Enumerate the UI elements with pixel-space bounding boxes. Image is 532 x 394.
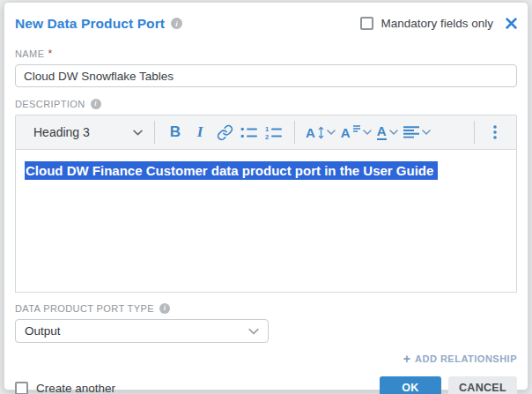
- add-relationship-link[interactable]: + ADD RELATIONSHIP: [15, 353, 517, 365]
- toolbar-divider: [294, 121, 295, 144]
- port-type-label: DATA PRODUCT PORT TYPE: [15, 303, 154, 314]
- port-type-field-group: DATA PRODUCT PORT TYPE i Output: [15, 302, 517, 343]
- plus-icon: +: [403, 353, 410, 365]
- description-selected-text: Cloud DW Finance Customer data product p…: [25, 161, 438, 180]
- toolbar-more-button[interactable]: [483, 119, 507, 145]
- font-family-button[interactable]: A: [338, 119, 374, 145]
- port-type-select[interactable]: Output: [15, 319, 269, 343]
- kebab-menu-icon: [493, 125, 497, 139]
- name-label: NAME: [15, 48, 44, 59]
- create-another-group[interactable]: Create another: [15, 382, 115, 394]
- font-color-button[interactable]: A: [374, 119, 401, 145]
- create-another-label: Create another: [36, 382, 115, 394]
- font-size-button[interactable]: A: [303, 119, 338, 145]
- italic-button[interactable]: I: [188, 119, 212, 145]
- numbered-list-icon: 12: [265, 126, 283, 139]
- italic-icon: I: [197, 123, 203, 141]
- link-icon: [217, 124, 233, 141]
- title-info-icon[interactable]: i: [171, 18, 182, 29]
- font-family-icon: A: [341, 125, 351, 140]
- chevron-down-icon: [389, 130, 398, 135]
- name-field-group: NAME *: [15, 48, 517, 87]
- description-label-row: DESCRIPTION i: [15, 98, 517, 109]
- bulleted-list-button[interactable]: [237, 119, 262, 145]
- create-another-checkbox[interactable]: [15, 382, 28, 394]
- cancel-button[interactable]: CANCEL: [448, 376, 517, 394]
- bulleted-list-icon: [240, 126, 258, 139]
- new-data-product-port-dialog: New Data Product Port i Mandatory fields…: [4, 2, 528, 390]
- description-label: DESCRIPTION: [15, 99, 85, 109]
- name-label-row: NAME *: [15, 48, 517, 59]
- chevron-down-icon: [133, 130, 143, 136]
- insert-link-button[interactable]: [212, 119, 237, 145]
- chevron-down-icon: [363, 130, 372, 135]
- toolbar-divider: [154, 121, 155, 144]
- toolbar-overflow-group: [466, 119, 507, 145]
- paragraph-style-value: Heading 3: [33, 125, 90, 139]
- chevron-down-icon: [327, 130, 336, 135]
- bold-button[interactable]: B: [163, 119, 188, 145]
- description-info-icon[interactable]: i: [91, 99, 101, 109]
- align-left-icon: [403, 126, 419, 138]
- port-type-info-icon[interactable]: i: [159, 303, 170, 314]
- chevron-down-icon: [422, 130, 431, 135]
- page-background: Updated New Data Product Port i Mandator…: [0, 0, 532, 394]
- vertical-arrows-icon: [318, 126, 324, 139]
- text-lines-icon: [353, 125, 360, 132]
- mandatory-fields-checkbox[interactable]: [360, 17, 373, 30]
- dialog-footer: Create another OK CANCEL: [15, 376, 517, 394]
- toolbar-divider: [474, 121, 475, 144]
- dialog-header: New Data Product Port i Mandatory fields…: [15, 14, 517, 33]
- numbered-list-button[interactable]: 12: [262, 119, 286, 145]
- description-field-group: DESCRIPTION i Heading 3 B I: [15, 98, 517, 293]
- chevron-down-icon: [248, 328, 259, 335]
- text-align-button[interactable]: [401, 119, 433, 145]
- port-type-label-row: DATA PRODUCT PORT TYPE i: [15, 302, 517, 314]
- port-type-value: Output: [25, 324, 61, 338]
- footer-buttons: OK CANCEL: [380, 376, 517, 394]
- paragraph-style-select[interactable]: Heading 3: [25, 119, 146, 145]
- mandatory-fields-label[interactable]: Mandatory fields only: [381, 17, 493, 30]
- header-right-controls: Mandatory fields only: [360, 17, 517, 30]
- close-icon: [506, 18, 517, 29]
- font-color-icon: A: [377, 124, 387, 140]
- required-asterisk: *: [48, 48, 52, 60]
- close-button[interactable]: [506, 18, 517, 29]
- rich-text-toolbar: Heading 3 B I 12: [15, 115, 517, 150]
- ok-button[interactable]: OK: [380, 376, 441, 394]
- name-input[interactable]: [15, 64, 517, 87]
- description-editor[interactable]: Cloud DW Finance Customer data product p…: [15, 150, 517, 293]
- add-relationship-label: ADD RELATIONSHIP: [415, 353, 517, 364]
- font-size-icon: A: [306, 125, 315, 140]
- svg-text:2: 2: [265, 132, 269, 139]
- dialog-title: New Data Product Port: [15, 16, 165, 32]
- bold-icon: B: [170, 123, 181, 141]
